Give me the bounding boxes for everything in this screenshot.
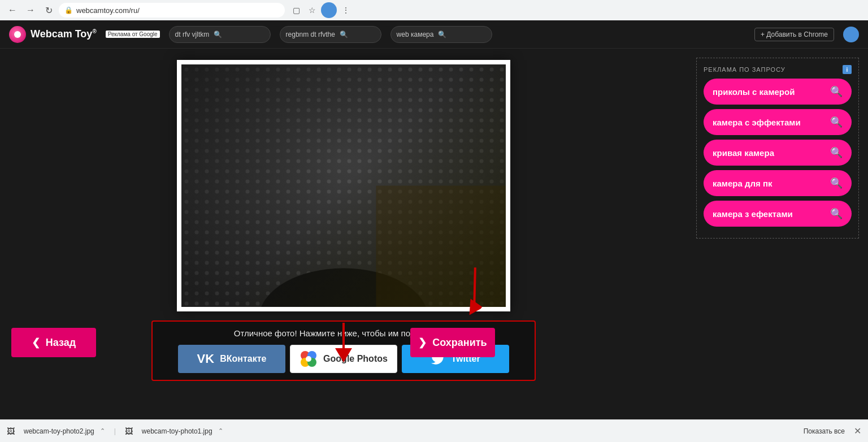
- search-icon-1: 🔍: [214, 31, 222, 38]
- show-all-button[interactable]: Показать все: [804, 427, 845, 435]
- download-item-1[interactable]: webcam-toy-photo2.jpg ⌃: [24, 427, 105, 435]
- vk-icon: VK: [197, 352, 215, 366]
- cast-icon[interactable]: ▢: [289, 3, 303, 17]
- googlephotos-icon: [300, 350, 318, 368]
- svg-marker-7: [335, 348, 352, 362]
- right-sidebar: РЕКЛАМА ПО ЗАПРОСУ i приколы с камерой 🔍…: [687, 49, 868, 419]
- arrow-down-indicator: [329, 320, 358, 367]
- logo-text: Webcam Toy®: [31, 28, 97, 40]
- close-downloads-button[interactable]: ✕: [854, 426, 861, 436]
- download-file-icon-2: 🖼: [125, 427, 133, 436]
- search-icon-2: 🔍: [340, 31, 348, 38]
- ad-btn-0[interactable]: приколы с камерой 🔍: [704, 79, 852, 105]
- download-item-2[interactable]: webcam-toy-photo1.jpg ⌃: [142, 427, 223, 435]
- app-header: Webcam Toy® Реклама от Google dt rfv vjl…: [0, 20, 868, 49]
- ad-btn-2[interactable]: кривая камера 🔍: [704, 140, 852, 166]
- photo-image: [181, 64, 506, 307]
- photo-frame: [177, 60, 510, 311]
- ad-label: Реклама от Google: [106, 31, 160, 38]
- add-chrome-button[interactable]: + Добавить в Chrome: [754, 28, 834, 41]
- ad-search-icon-0: 🔍: [830, 85, 843, 98]
- address-bar[interactable]: 🔒 webcamtoy.com/ru/: [59, 3, 285, 18]
- search-icon-3: 🔍: [438, 31, 446, 38]
- ads-container: РЕКЛАМА ПО ЗАПРОСУ i приколы с камерой 🔍…: [696, 58, 859, 239]
- download-file-icon-1: 🖼: [7, 427, 15, 436]
- ad-header: РЕКЛАМА ПО ЗАПРОСУ i: [704, 65, 852, 74]
- vk-share-button[interactable]: VK ВКонтакте: [178, 345, 285, 373]
- profile-avatar[interactable]: [843, 27, 859, 42]
- ad-btn-3[interactable]: камера для пк 🔍: [704, 170, 852, 196]
- bookmark-icon[interactable]: ☆: [305, 3, 319, 17]
- profile-icon[interactable]: [321, 2, 337, 18]
- ad-info-icon: i: [843, 65, 852, 74]
- logo-icon: [9, 26, 26, 43]
- divider-1: |: [114, 427, 116, 435]
- save-nav-area: ❯ Сохранить: [410, 328, 495, 357]
- back-button[interactable]: ←: [5, 2, 20, 18]
- search-pill-1[interactable]: dt rfv vjltkm 🔍: [169, 26, 271, 43]
- lock-icon: 🔒: [64, 6, 73, 14]
- ad-search-icon-4: 🔍: [830, 207, 843, 220]
- save-nav-button[interactable]: ❯ Сохранить: [410, 328, 495, 357]
- main-content: ❮ Назад: [0, 49, 868, 419]
- center-area: ❮ Назад: [0, 49, 687, 419]
- back-chevron-icon: ❮: [32, 336, 40, 349]
- search-pill-2[interactable]: regbnm dt rfvthe 🔍: [280, 26, 381, 43]
- svg-point-12: [306, 356, 311, 362]
- browser-right-icons: ▢ ☆ ⋮: [289, 2, 353, 18]
- forward-button[interactable]: →: [23, 2, 38, 18]
- bottom-bar: 🖼 webcam-toy-photo2.jpg ⌃ | 🖼 webcam-toy…: [0, 419, 868, 442]
- logo-area: Webcam Toy®: [9, 26, 97, 43]
- ad-search-icon-3: 🔍: [830, 177, 843, 189]
- ad-header-text: РЕКЛАМА ПО ЗАПРОСУ: [704, 66, 785, 73]
- ad-search-icon-2: 🔍: [830, 146, 843, 159]
- url-text: webcamtoy.com/ru/: [76, 6, 140, 15]
- ad-search-icon-1: 🔍: [830, 116, 843, 128]
- ad-btn-1[interactable]: камера с эффектами 🔍: [704, 109, 852, 135]
- ad-btn-4[interactable]: камера з ефектами 🔍: [704, 201, 852, 227]
- save-chevron-icon: ❯: [418, 336, 427, 349]
- search-pill-3[interactable]: web камера 🔍: [390, 26, 492, 43]
- back-nav-button[interactable]: ❮ Назад: [11, 328, 96, 357]
- svg-marker-14: [462, 299, 483, 319]
- reload-button[interactable]: ↻: [41, 2, 57, 18]
- browser-chrome: ← → ↻ 🔒 webcamtoy.com/ru/ ▢ ☆ ⋮: [0, 0, 868, 20]
- menu-icon[interactable]: ⋮: [339, 3, 353, 17]
- download-chevron-1: ⌃: [100, 427, 105, 435]
- download-chevron-2: ⌃: [218, 427, 223, 435]
